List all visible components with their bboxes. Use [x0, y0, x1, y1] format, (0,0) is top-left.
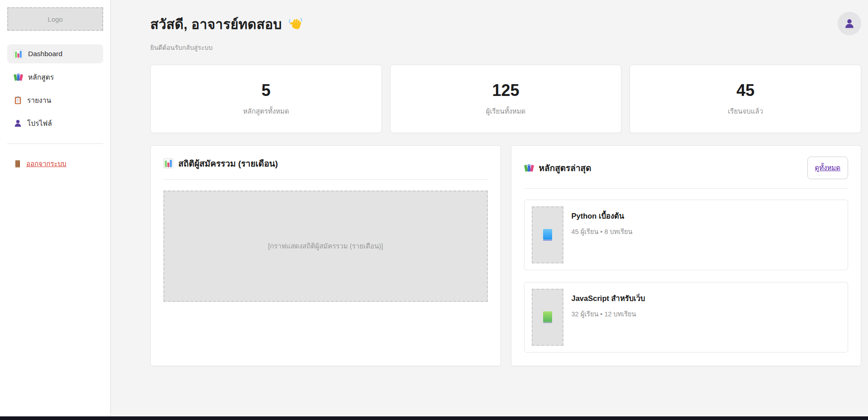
books-icon: [14, 72, 23, 82]
waving-hand-icon: [288, 17, 303, 32]
green-book-icon: [543, 311, 553, 324]
stat-card-total-courses: 5 หลักสูตรทั้งหมด: [150, 65, 382, 133]
sidebar-item-profile[interactable]: โปรไฟล์: [7, 114, 103, 133]
stats-row: 5 หลักสูตรทั้งหมด 125 ผู้เรียนทั้งหมด 45…: [150, 65, 861, 133]
course-item-python[interactable]: Python เบื้องต้น 45 ผู้เรียน • 8 บทเรียน: [524, 200, 849, 270]
course-title: Python เบื้องต้น: [572, 210, 633, 222]
page-title: สวัสดี, อาจารย์ทดสอบ: [150, 14, 303, 35]
sidebar-nav: Dashboard หลักสูตร: [7, 44, 103, 133]
page-header: สวัสดี, อาจารย์ทดสอบ: [150, 9, 861, 52]
chart-placeholder: [กราฟแสดงสถิติผู้สมัครรวม (รายเดือน)]: [163, 191, 488, 302]
panel-title-text: หลักสูตรล่าสุด: [539, 161, 591, 175]
recent-courses-panel: หลักสูตรล่าสุด ดูทั้งหมด: [511, 145, 862, 366]
course-meta: 32 ผู้เรียน • 12 บทเรียน: [572, 309, 645, 319]
course-info: JavaScript สำหรับเว็บ 32 ผู้เรียน • 12 บ…: [572, 289, 645, 346]
greeting-block: สวัสดี, อาจารย์ทดสอบ: [150, 9, 303, 52]
greeting-text: สวัสดี, อาจารย์ทดสอบ: [150, 14, 282, 35]
sidebar-item-label: รายงาน: [27, 95, 51, 106]
view-all-button[interactable]: ดูทั้งหมด: [807, 157, 848, 179]
panel-title: สถิติผู้สมัครรวม (รายเดือน): [163, 157, 278, 170]
sidebar-item-dashboard[interactable]: Dashboard: [7, 44, 103, 63]
user-avatar[interactable]: [838, 12, 861, 35]
course-info: Python เบื้องต้น 45 ผู้เรียน • 8 บทเรียน: [572, 206, 633, 263]
panel-title: หลักสูตรล่าสุด: [524, 161, 591, 175]
books-icon: [524, 163, 534, 173]
clipboard-icon: [14, 96, 22, 105]
bar-chart-icon: [163, 158, 173, 168]
sidebar-item-courses[interactable]: หลักสูตร: [7, 67, 103, 86]
blue-book-icon: [543, 229, 553, 241]
logo-text: Logo: [48, 15, 62, 23]
person-icon: [844, 18, 855, 29]
course-meta: 45 ผู้เรียน • 8 บทเรียน: [572, 226, 633, 237]
panel-title-text: สถิติผู้สมัครรวม (รายเดือน): [178, 157, 278, 170]
panel-header: หลักสูตรล่าสุด ดูทั้งหมด: [524, 157, 849, 179]
panel-header: สถิติผู้สมัครรวม (รายเดือน): [163, 157, 488, 170]
course-thumbnail-placeholder: [532, 289, 563, 346]
logo-placeholder: Logo: [7, 7, 103, 31]
stat-label: ผู้เรียนทั้งหมด: [486, 106, 526, 117]
sidebar-item-label: โปรไฟล์: [27, 118, 52, 129]
bar-chart-icon: [14, 49, 23, 59]
sidebar-item-reports[interactable]: รายงาน: [7, 91, 103, 110]
enrollment-stats-panel: สถิติผู้สมัครรวม (รายเดือน) [กราฟแสดงสถิ…: [150, 145, 501, 366]
stat-card-completed: 45 เรียนจบแล้ว: [630, 65, 861, 133]
course-list: Python เบื้องต้น 45 ผู้เรียน • 8 บทเรียน: [524, 200, 849, 353]
sidebar: Logo Dashboard: [0, 0, 111, 416]
logout-label: ออกจากระบบ: [26, 158, 67, 169]
bottom-window-edge: [0, 416, 868, 420]
stat-value: 45: [736, 81, 754, 100]
stat-value: 5: [262, 81, 271, 100]
course-title: JavaScript สำหรับเว็บ: [572, 292, 645, 304]
sidebar-item-label: Dashboard: [28, 50, 62, 58]
course-item-javascript[interactable]: JavaScript สำหรับเว็บ 32 ผู้เรียน • 12 บ…: [524, 282, 849, 353]
sidebar-divider: [7, 143, 103, 144]
bottom-panels: สถิติผู้สมัครรวม (รายเดือน) [กราฟแสดงสถิ…: [150, 145, 861, 366]
stat-label: เรียนจบแล้ว: [728, 106, 763, 117]
door-icon: [14, 160, 22, 168]
stat-label: หลักสูตรทั้งหมด: [243, 106, 289, 117]
chart-placeholder-text: [กราฟแสดงสถิติผู้สมัครรวม (รายเดือน)]: [268, 241, 383, 252]
page-subtitle: ยินดีต้อนรับกลับสู่ระบบ: [150, 43, 303, 52]
panel-divider: [524, 188, 849, 189]
course-thumbnail-placeholder: [532, 206, 563, 263]
stat-value: 125: [492, 81, 519, 100]
stat-card-total-students: 125 ผู้เรียนทั้งหมด: [390, 65, 622, 133]
logout-link[interactable]: ออกจากระบบ: [14, 158, 67, 169]
main-content: สวัสดี, อาจารย์ทดสอบ: [111, 0, 868, 366]
person-icon: [14, 119, 22, 128]
sidebar-item-label: หลักสูตร: [28, 72, 54, 83]
panel-divider: [163, 179, 488, 180]
